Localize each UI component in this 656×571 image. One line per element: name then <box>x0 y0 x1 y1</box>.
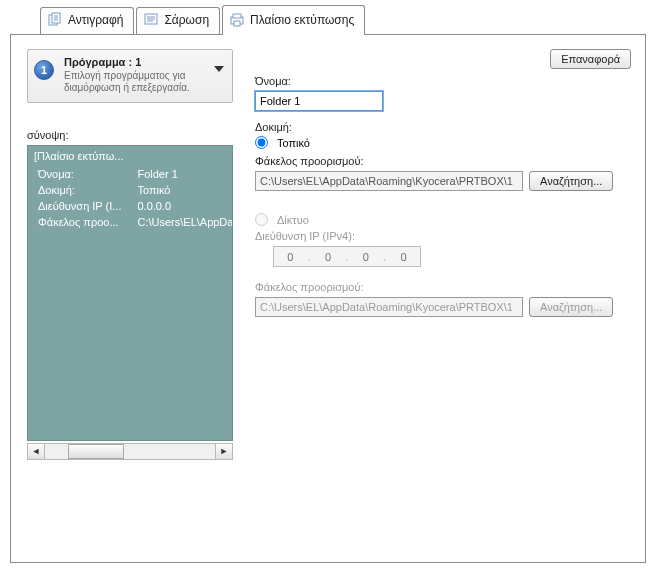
reset-button[interactable]: Επαναφορά <box>550 49 631 69</box>
svg-rect-11 <box>234 21 240 26</box>
summary-label: σύνοψη: <box>27 129 233 141</box>
dest-label: Φάκελος προορισμού: <box>255 155 631 167</box>
tab-scan[interactable]: Σάρωση <box>136 7 220 34</box>
chevron-down-icon <box>214 66 224 72</box>
summary-heading: [Πλαίσιο εκτύπω... <box>28 146 232 166</box>
dest2-label: Φάκελος προορισμού: <box>255 281 631 293</box>
scroll-thumb[interactable] <box>68 444 124 459</box>
tabs: Αντιγραφή Σάρωση Πλαίσιο εκτύπωσης <box>40 7 365 37</box>
ip-label: Διεύθυνση IP (IPv4): <box>255 230 631 242</box>
copy-icon <box>47 12 63 28</box>
program-title: Πρόγραμμα : 1 <box>64 56 224 68</box>
main-panel: 1 Πρόγραμμα : 1 Επιλογή προγράμματος για… <box>10 34 646 563</box>
name-label: Όνομα: <box>255 75 631 87</box>
summary-box: [Πλαίσιο εκτύπω... Όνομα:Folder 1 Δοκιμή… <box>27 145 233 441</box>
dest-input[interactable] <box>255 171 523 191</box>
ip-input: 0. 0. 0. 0 <box>273 246 421 267</box>
summary-hscrollbar[interactable]: ◄ ► <box>27 443 233 460</box>
app-root: Αντιγραφή Σάρωση Πλαίσιο εκτύπωσης 1 Πρό… <box>0 0 656 571</box>
table-row: Διεύθυνση IP (I...0.0.0.0 <box>28 198 233 214</box>
local-radio-label: Τοπικό <box>277 137 310 149</box>
scroll-left-icon[interactable]: ◄ <box>28 444 45 459</box>
local-radio[interactable] <box>255 136 268 149</box>
tab-copy[interactable]: Αντιγραφή <box>40 7 134 34</box>
left-column: 1 Πρόγραμμα : 1 Επιλογή προγράμματος για… <box>27 49 233 460</box>
trial-label: Δοκιμή: <box>255 121 631 133</box>
tab-copy-label: Αντιγραφή <box>68 13 123 27</box>
scan-icon <box>143 12 159 28</box>
table-row: Δοκιμή:Τοπικό <box>28 182 233 198</box>
network-radio-label: Δίκτυο <box>277 214 309 226</box>
program-number-badge: 1 <box>34 60 54 80</box>
tab-scan-label: Σάρωση <box>164 13 209 27</box>
tab-printbox-label: Πλαίσιο εκτύπωσης <box>250 13 354 27</box>
program-selector[interactable]: 1 Πρόγραμμα : 1 Επιλογή προγράμματος για… <box>27 49 233 103</box>
right-column: Επαναφορά Όνομα: Δοκιμή: Τοπικό Φάκελος … <box>255 49 631 317</box>
table-row: Όνομα:Folder 1 <box>28 166 233 182</box>
name-input[interactable] <box>255 91 383 111</box>
network-radio <box>255 213 268 226</box>
table-row: Φάκελος προο...C:\Users\EL\AppData <box>28 214 233 230</box>
summary-table: Όνομα:Folder 1 Δοκιμή:Τοπικό Διεύθυνση I… <box>28 166 233 230</box>
scroll-right-icon[interactable]: ► <box>215 444 232 459</box>
svg-rect-10 <box>233 14 241 18</box>
printbox-icon <box>229 12 245 28</box>
browse-button[interactable]: Αναζήτηση... <box>529 171 613 191</box>
browse2-button: Αναζήτηση... <box>529 297 613 317</box>
program-subtitle: Επιλογή προγράμματος για διαμόρφωση ή επ… <box>64 70 224 94</box>
dest2-input <box>255 297 523 317</box>
tab-printbox[interactable]: Πλαίσιο εκτύπωσης <box>222 5 365 35</box>
